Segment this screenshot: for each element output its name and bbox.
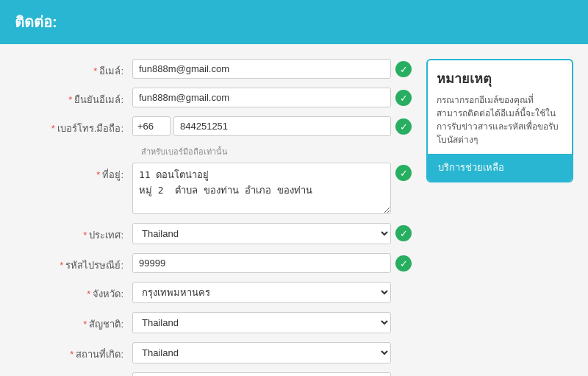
required-indicator: * (70, 349, 74, 360)
country-wrapper: Thailand ✓ (132, 223, 412, 244)
confirm-email-row: *ยืนยันอีเมล์: ✓ (44, 88, 412, 107)
nationality-select[interactable]: Thailand (132, 312, 391, 333)
required-indicator: * (51, 123, 55, 134)
birthplace-wrapper: Thailand (132, 342, 412, 363)
note-title: หมายเหตุ (428, 60, 572, 93)
province-row: *จังหวัด: กรุงเทพมหานคร (44, 282, 412, 303)
email-input[interactable] (132, 59, 391, 79)
confirm-email-input[interactable] (132, 88, 391, 107)
address-label: *ที่อยู่: (44, 163, 132, 182)
address-check-icon: ✓ (395, 165, 412, 181)
required-indicator: * (68, 94, 72, 105)
address-textarea[interactable]: 11 ดอนโตน่าอยู่ หมู่ 2 ตำบล ของท่าน อำเภ… (132, 163, 391, 214)
phone-check-icon: ✓ (395, 118, 412, 135)
currency-wrapper: บาท (132, 372, 412, 376)
page-header: ติดต่อ: (0, 0, 588, 44)
contact-form: *อีเมล์: ✓ *ยืนยันอีเมล์: ✓ *เบอร์โทร.มื… (44, 59, 412, 376)
phone-row: *เบอร์โทร.มือถือ: ✓ (44, 116, 412, 136)
phone-number-input[interactable] (173, 116, 391, 136)
currency-select[interactable]: บาท (132, 372, 391, 376)
required-indicator: * (93, 65, 97, 77)
page-title: ติดต่อ: (15, 14, 57, 30)
province-select[interactable]: กรุงเทพมหานคร (132, 282, 391, 303)
email-check-icon: ✓ (395, 61, 412, 77)
address-wrapper: 11 ดอนโตน่าอยู่ หมู่ 2 ตำบล ของท่าน อำเภ… (132, 163, 412, 214)
postal-row: *รหัสไปรษณีย์: ✓ (44, 253, 412, 273)
birthplace-label: *สถานที่เกิด: (44, 342, 132, 362)
country-row: *ประเทศ: Thailand ✓ (44, 223, 412, 244)
email-wrapper: ✓ (132, 59, 412, 79)
nationality-wrapper: Thailand (132, 312, 412, 333)
nationality-row: *สัญชาติ: Thailand (44, 312, 412, 333)
confirm-email-label: *ยืนยันอีเมล์: (44, 88, 132, 107)
country-label: *ประเทศ: (44, 223, 132, 243)
nationality-label: *สัญชาติ: (44, 312, 132, 332)
email-row: *อีเมล์: ✓ (44, 59, 412, 79)
postal-input[interactable] (132, 253, 391, 273)
required-indicator: * (87, 288, 90, 299)
required-indicator: * (83, 230, 87, 241)
note-body: กรณากรอกอีเมล์ของคุณที่สามารถติดต่อได้อี… (428, 93, 572, 154)
note-box: หมายเหตุ กรณากรอกอีเมล์ของคุณที่สามารถติ… (426, 59, 573, 182)
postal-check-icon: ✓ (395, 255, 412, 272)
birthplace-row: *สถานที่เกิด: Thailand (44, 342, 412, 363)
currency-row: *สกุลเงินที่ต้องการใช้: บาท (44, 372, 412, 376)
help-button[interactable]: บริการช่วยเหลือ (428, 154, 572, 181)
province-label: *จังหวัด: (44, 282, 132, 302)
phone-prefix-input[interactable] (132, 116, 171, 136)
province-wrapper: กรุงเทพมหานคร (132, 282, 412, 303)
country-check-icon: ✓ (395, 225, 412, 241)
required-indicator: * (83, 319, 87, 330)
required-indicator: * (60, 260, 63, 271)
currency-label: *สกุลเงินที่ต้องการใช้: (44, 372, 132, 376)
phone-wrapper: ✓ (132, 116, 412, 136)
postal-label: *รหัสไปรษณีย์: (44, 253, 132, 273)
birthplace-select[interactable]: Thailand (132, 342, 391, 363)
postal-wrapper: ✓ (132, 253, 412, 273)
required-indicator: * (96, 169, 100, 180)
address-row: *ที่อยู่: 11 ดอนโตน่าอยู่ หมู่ 2 ตำบล ขอ… (44, 163, 412, 214)
country-select[interactable]: Thailand (132, 223, 391, 244)
phone-hint: สำหรับเบอร์มือถือเท่านั้น (141, 145, 412, 158)
phone-inputs (132, 116, 391, 136)
phone-label: *เบอร์โทร.มือถือ: (44, 116, 132, 136)
confirm-email-check-icon: ✓ (395, 90, 412, 106)
sidebar-note: หมายเหตุ กรณากรอกอีเมล์ของคุณที่สามารถติ… (426, 59, 573, 376)
confirm-email-wrapper: ✓ (132, 88, 412, 107)
email-label: *อีเมล์: (44, 59, 132, 79)
